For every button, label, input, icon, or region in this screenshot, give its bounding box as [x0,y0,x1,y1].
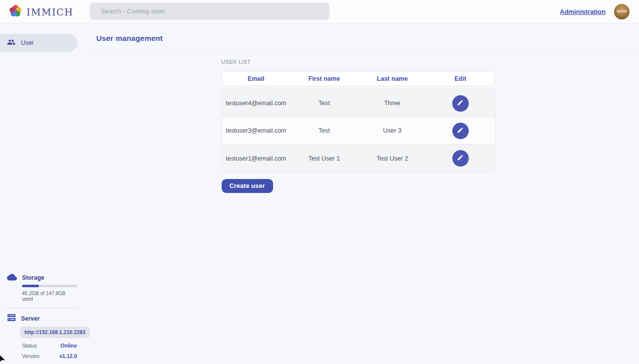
column-header-first-name: First name [290,75,358,82]
server-header: Server [0,314,77,324]
storage-usage-text: 45.2GB of 147.8GB used [22,291,77,302]
search-placeholder: Search - Coming soon [101,8,165,15]
status-value: Online [60,343,77,349]
app-title: IMMICH [26,6,73,17]
storage-progress-bar [22,285,77,287]
server-status-row: Status Online [22,343,77,349]
page-title-bar: User management [85,23,639,53]
top-bar: IMMICH Search - Coming soon Administrati… [0,0,639,23]
immich-admin-page: { "header": { "logo_text": "IMMICH", "se… [0,0,639,364]
table-row: testuser3@email.com Test User 3 [222,117,495,145]
sidebar-item-user[interactable]: User [0,34,77,52]
column-header-last-name: Last name [358,75,427,82]
sidebar-divider [4,308,77,308]
pencil-icon [457,99,464,108]
user-list-section: USER LIST Email First name Last name Edi… [222,59,495,193]
cell-email: testuser4@email.com [222,100,291,107]
server-version-row: Version v1.12.0 [22,353,77,359]
table-row: testuser1@email.com Test User 1 Test Use… [222,145,495,172]
cell-first-name: Test [290,127,358,134]
storage-header: Storage [0,273,77,283]
edit-user-button[interactable] [452,123,469,139]
cell-first-name: Test [290,100,358,107]
version-label: Version [22,353,39,359]
cloud-icon [7,273,17,283]
column-header-email: Email [222,75,291,82]
cell-first-name: Test User 1 [290,155,358,162]
table-row: testuser4@email.com Test Three [222,90,495,117]
storage-title: Storage [22,274,44,281]
sidebar-item-label: User [21,39,33,46]
cell-email: testuser1@email.com [222,155,291,162]
user-avatar[interactable] [614,4,630,19]
page-title: User management [96,34,163,42]
version-value: v1.12.0 [59,353,77,359]
edit-user-button[interactable] [452,95,469,112]
cell-email: testuser3@email.com [222,127,291,134]
administration-link[interactable]: Administration [560,8,606,15]
storage-progress-fill [22,285,39,287]
cell-last-name: Test User 2 [358,155,427,162]
sidebar: User Storage 45.2GB of 147.8GB used [0,23,77,364]
edit-user-button[interactable] [452,150,469,167]
section-label: USER LIST [222,59,495,65]
status-label: Status [22,343,37,349]
immich-flower-icon [8,3,23,20]
search-input[interactable]: Search - Coming soon [90,2,329,20]
cell-last-name: Three [358,100,427,107]
pencil-icon [457,127,464,135]
pencil-icon [457,154,464,163]
user-table-body: testuser4@email.com Test Three testuser3… [222,89,495,173]
users-icon [7,38,15,48]
main-area: User management USER LIST Email First na… [77,23,639,364]
create-user-button[interactable]: Create user [222,179,273,193]
cell-last-name: User 3 [358,127,427,134]
server-icon [7,314,16,324]
table-header: Email First name Last name Edit [222,71,495,86]
column-header-edit: Edit [426,75,495,82]
sidebar-footer: Storage 45.2GB of 147.8GB used Server ht… [0,273,77,359]
app-logo[interactable]: IMMICH [8,4,73,19]
server-title: Server [21,315,39,322]
top-bar-right: Administration [560,0,630,23]
